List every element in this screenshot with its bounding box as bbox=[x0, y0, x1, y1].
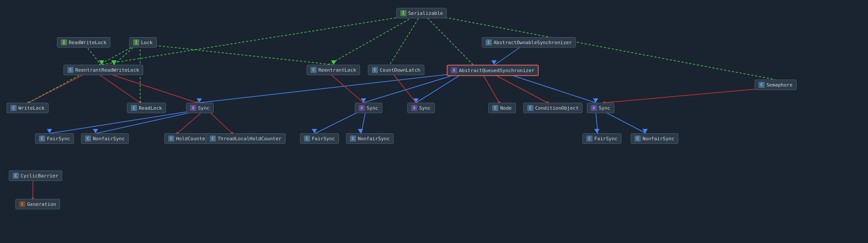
label-generation: Generation bbox=[27, 201, 56, 207]
icon-fairsync-sem: C bbox=[586, 135, 593, 142]
icon-generation: C bbox=[19, 201, 25, 207]
label-abstractqueuedsynchronizer: AbstractQueuedSynchronizer bbox=[459, 68, 534, 73]
svg-marker-19 bbox=[197, 98, 202, 103]
svg-line-46 bbox=[392, 73, 416, 103]
icon-threadlocalholdcounter: C bbox=[210, 135, 216, 142]
icon-reentrantreadwritelock: C bbox=[67, 67, 74, 73]
label-sync-rl: Sync bbox=[367, 105, 378, 111]
label-countdownlatch: CountDownLatch bbox=[380, 67, 420, 73]
svg-marker-55 bbox=[594, 129, 600, 133]
label-sync-cdl: Sync bbox=[419, 105, 431, 111]
node-cyclicbarrier[interactable]: C CyclicBarrier bbox=[9, 170, 62, 181]
icon-readwritelock: I bbox=[61, 39, 67, 45]
svg-line-26 bbox=[28, 73, 88, 103]
label-threadlocalholdcounter: ThreadLocalHoldCounter bbox=[218, 136, 282, 142]
label-sync-rwl: Sync bbox=[198, 105, 210, 111]
label-sync-sem: Sync bbox=[599, 105, 610, 111]
svg-marker-21 bbox=[361, 98, 366, 103]
svg-line-12 bbox=[114, 45, 136, 65]
node-sync-rwl[interactable]: A Sync bbox=[186, 103, 214, 113]
node-fairsync-sem[interactable]: C FairSync bbox=[582, 133, 621, 144]
svg-line-20 bbox=[363, 73, 462, 103]
svg-line-48 bbox=[482, 73, 499, 103]
svg-line-56 bbox=[602, 111, 646, 133]
node-node-aqs[interactable]: C Node bbox=[488, 103, 516, 113]
node-generation[interactable]: C Generation bbox=[15, 199, 60, 209]
label-holdcounter: HoldCounter bbox=[176, 136, 208, 142]
node-writelock[interactable]: C WriteLock bbox=[7, 103, 49, 113]
label-semaphore: Semaphore bbox=[766, 82, 793, 88]
node-lock[interactable]: I Lock bbox=[129, 37, 157, 48]
label-abstractownablesynchronizer: AbstractOwnableSynchronizer bbox=[494, 40, 572, 45]
connections-svg bbox=[0, 0, 868, 243]
node-sync-rl[interactable]: A Sync bbox=[355, 103, 382, 113]
icon-fairsync-rl: C bbox=[304, 135, 310, 142]
icon-cyclicbarrier: C bbox=[13, 173, 19, 179]
svg-line-14 bbox=[151, 45, 333, 65]
label-readwritelock: ReadWriteLock bbox=[69, 40, 106, 45]
label-serializable: Serializable bbox=[408, 10, 443, 16]
svg-marker-11 bbox=[99, 60, 104, 65]
node-nonfairsync-rl[interactable]: C NonfairSync bbox=[346, 133, 394, 144]
node-semaphore[interactable]: C Semaphore bbox=[755, 80, 797, 90]
node-sync-cdl[interactable]: A Sync bbox=[407, 103, 435, 113]
label-fairsync-sem: FairSync bbox=[594, 136, 617, 142]
label-fairsync-rl: FairSync bbox=[312, 136, 335, 142]
svg-marker-15 bbox=[331, 60, 336, 65]
node-holdcounter[interactable]: C HoldCounter bbox=[164, 133, 212, 144]
label-fairsync-rwl: FairSync bbox=[47, 136, 70, 142]
svg-line-52 bbox=[604, 87, 775, 103]
icon-writelock: C bbox=[11, 105, 17, 111]
svg-marker-13 bbox=[111, 60, 116, 65]
svg-line-32 bbox=[50, 111, 195, 133]
svg-marker-43 bbox=[312, 129, 317, 133]
node-serializable[interactable]: I Serializable bbox=[396, 8, 447, 18]
node-abstractqueuedsynchronizer[interactable]: A AbstractQueuedSynchronizer bbox=[447, 65, 539, 76]
svg-line-38 bbox=[208, 111, 232, 133]
icon-nonfairsync-rl: C bbox=[350, 135, 356, 142]
node-reentrantreadwritelock[interactable]: C ReentrantReadWriteLock bbox=[64, 65, 143, 75]
icon-conditionobject: C bbox=[527, 105, 533, 111]
svg-line-28 bbox=[96, 73, 140, 103]
node-nonfairsync-rwl[interactable]: C NonfairSync bbox=[81, 133, 129, 144]
label-reentrantlock: ReentrantLock bbox=[318, 67, 356, 73]
svg-marker-33 bbox=[47, 129, 52, 133]
icon-lock: I bbox=[133, 39, 139, 45]
node-conditionobject[interactable]: C ConditionObject bbox=[523, 103, 582, 113]
svg-line-24 bbox=[504, 73, 596, 103]
label-readlock: ReadLock bbox=[139, 105, 162, 111]
label-nonfairsync-rwl: NonfairSync bbox=[93, 136, 125, 142]
svg-line-1 bbox=[328, 15, 416, 65]
svg-line-50 bbox=[490, 73, 547, 103]
icon-sync-rl: A bbox=[359, 105, 365, 111]
label-conditionobject: ConditionObject bbox=[535, 105, 579, 111]
icon-countdownlatch: C bbox=[372, 67, 378, 73]
node-reentrantlock[interactable]: C ReentrantLock bbox=[307, 65, 360, 75]
diagram-container: I Serializable I ReadWriteLock I Lock C … bbox=[0, 0, 868, 243]
node-abstractownablesynchronizer[interactable]: C AbstractOwnableSynchronizer bbox=[482, 37, 576, 48]
node-readlock[interactable]: C ReadLock bbox=[127, 103, 166, 113]
svg-line-42 bbox=[315, 111, 361, 133]
svg-marker-45 bbox=[358, 129, 363, 133]
label-nonfairsync-sem: NonfairSync bbox=[642, 136, 674, 142]
icon-abstractqueuedsynchronizer: A bbox=[451, 67, 457, 73]
node-threadlocalholdcounter[interactable]: C ThreadLocalHoldCounter bbox=[206, 133, 286, 144]
node-nonfairsync-sem[interactable]: C NonfairSync bbox=[631, 133, 678, 144]
svg-line-30 bbox=[105, 73, 197, 103]
node-countdownlatch[interactable]: C CountDownLatch bbox=[368, 65, 424, 75]
node-readwritelock[interactable]: I ReadWriteLock bbox=[57, 37, 110, 48]
svg-marker-57 bbox=[642, 129, 648, 133]
svg-line-34 bbox=[96, 111, 199, 133]
node-fairsync-rl[interactable]: C FairSync bbox=[300, 133, 339, 144]
svg-line-40 bbox=[328, 73, 363, 103]
svg-marker-17 bbox=[491, 60, 497, 65]
icon-sync-cdl: A bbox=[411, 105, 417, 111]
node-sync-sem[interactable]: A Sync bbox=[587, 103, 614, 113]
node-fairsync-rwl[interactable]: C FairSync bbox=[35, 133, 74, 144]
icon-fairsync-rwl: C bbox=[39, 135, 45, 142]
icon-holdcounter: C bbox=[168, 135, 174, 142]
svg-marker-35 bbox=[93, 129, 98, 133]
icon-sync-rwl: A bbox=[190, 105, 196, 111]
svg-line-2 bbox=[390, 15, 420, 65]
icon-reentrantlock: C bbox=[311, 67, 317, 73]
